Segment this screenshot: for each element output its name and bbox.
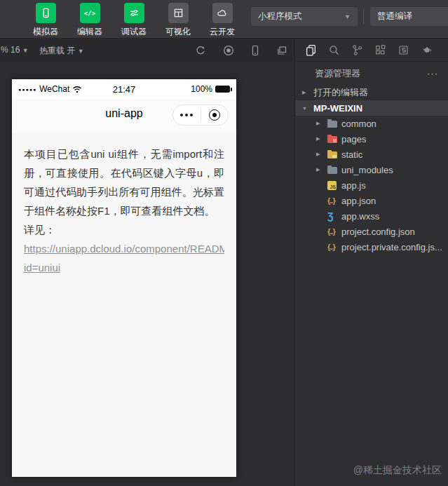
chevron-right-icon: ▶ (316, 136, 327, 142)
hot-reload-dropdown[interactable]: 热重载 开 ▼ (39, 45, 84, 57)
visualization-label: 可视化 (165, 26, 191, 38)
chevron-right-icon: ▶ (316, 151, 327, 157)
tree-item-app-js[interactable]: JS app.js (295, 177, 448, 193)
tree-item-label: app.wxss (341, 211, 379, 222)
windows-icon[interactable] (275, 43, 289, 58)
chevron-down-icon: ▼ (302, 106, 313, 111)
snippets-icon[interactable] (397, 44, 409, 57)
chevron-down-icon: ▼ (78, 48, 84, 55)
see-also-label: 详见： (24, 220, 224, 239)
tree-item-label: pages (341, 134, 366, 144)
files-icon[interactable] (304, 44, 317, 57)
wechat-devtools-window: 模拟器 </> 编辑器 调试器 可视化 (0, 0, 448, 486)
capsule-menu (172, 104, 229, 126)
docs-link-line1[interactable]: https://uniapp.dcloud.io/component/READM (24, 239, 224, 258)
chevron-right-icon: ▶ (316, 167, 327, 173)
hot-reload-label: 热重载 开 (39, 46, 75, 55)
zoom-label: % 16 (1, 45, 20, 55)
search-icon[interactable] (327, 44, 340, 57)
extensions-icon[interactable] (374, 44, 386, 57)
intro-paragraph: 本项目已包含uni ui组件，无需import和注册，可直接使用。在代码区键入字… (24, 144, 224, 220)
editor-label: 编辑器 (77, 26, 102, 38)
more-menu-button[interactable] (173, 105, 201, 125)
compile-dropdown[interactable]: 普通编译 (370, 7, 448, 26)
folder-icon (327, 136, 337, 143)
mode-dropdown[interactable]: 小程序模式 ▼ (251, 7, 358, 26)
folder-icon (327, 167, 337, 174)
wxss-file-icon: Ʒ (327, 211, 334, 221)
json-file-icon: {..} (327, 196, 335, 205)
cloud-icon (212, 3, 233, 23)
source-control-icon[interactable] (351, 44, 363, 57)
explorer-title: 资源管理器 (315, 67, 360, 80)
cloud-dev-button[interactable]: 云开发 (206, 3, 238, 38)
tree-item-static[interactable]: ▶ static (295, 147, 448, 162)
carrier-label: WeChat (39, 84, 69, 94)
ellipsis-icon (180, 114, 193, 116)
simulator-label: 模拟器 (33, 26, 58, 38)
more-actions-button[interactable]: ··· (427, 68, 438, 79)
cloud-dev-label: 云开发 (210, 26, 235, 38)
phone-icon[interactable] (248, 43, 262, 58)
json-file-icon: {..} (327, 243, 335, 251)
chevron-right-icon: ▶ (302, 90, 313, 95)
watermark: @稀土掘金技术社区 (353, 464, 442, 477)
js-file-icon: JS (327, 181, 337, 190)
docs-link-line2[interactable]: id=uniui (24, 258, 224, 277)
compile-dropdown-label: 普通编译 (377, 11, 412, 22)
refresh-icon[interactable] (194, 43, 208, 58)
tree-item-pages[interactable]: ▶ pages (295, 131, 448, 147)
activity-bar (295, 39, 448, 62)
zoom-dropdown[interactable]: % 16 ▼ (1, 45, 29, 55)
close-minimize-button[interactable] (201, 105, 229, 125)
toolbar-button-group: 模拟器 </> 编辑器 调试器 可视化 (29, 3, 238, 38)
teapot-icon[interactable] (420, 44, 433, 57)
tree-item-uni-modules[interactable]: ▶ uni_modules (295, 162, 448, 177)
code-icon: </> (80, 3, 100, 23)
tree-item-common[interactable]: ▶ common (295, 116, 448, 131)
layout-icon (168, 3, 189, 23)
explorer-header: 资源管理器 ··· (295, 62, 448, 85)
toolbar-divider (363, 9, 364, 24)
top-toolbar: 模拟器 </> 编辑器 调试器 可视化 (0, 0, 448, 39)
folder-icon (327, 121, 337, 128)
chevron-down-icon: ▼ (344, 13, 351, 20)
tree-item-label: common (341, 119, 376, 129)
tree-item-label: uni_modules (341, 165, 393, 175)
sliders-icon (124, 3, 144, 23)
editor-panel: 资源管理器 ··· ▶ 打开的编辑器 ▼ MP-WEIXIN ▶ common … (294, 39, 448, 486)
tree-item-app-json[interactable]: {..} app.json (295, 193, 448, 208)
wifi-icon (72, 86, 82, 93)
tree-item-project-config[interactable]: {..} project.config.json (295, 224, 448, 239)
phone-nav-bar: uni-app (12, 99, 236, 133)
tree-item-label: project.config.json (341, 227, 415, 237)
tree-item-mp-weixin[interactable]: ▼ MP-WEIXIN (295, 100, 448, 116)
tree-item-label: 打开的编辑器 (313, 86, 368, 99)
chevron-down-icon: ▼ (22, 47, 29, 54)
simulator-button[interactable]: 模拟器 (29, 3, 62, 38)
clock-label: 21:47 (113, 84, 136, 95)
battery-percent: 100% (191, 84, 212, 94)
tree-item-project-private-config[interactable]: {..} project.private.config.js... (295, 239, 448, 255)
debugger-button[interactable]: 调试器 (118, 3, 150, 38)
target-circle-icon (209, 109, 220, 121)
battery-icon (215, 86, 230, 93)
simulator-toolbar: % 16 ▼ 热重载 开 ▼ (0, 39, 294, 62)
chevron-right-icon: ▶ (316, 121, 327, 126)
tree-item-app-wxss[interactable]: Ʒ app.wxss (295, 208, 448, 224)
phone-status-bar: ●●●●● WeChat 21:47 100% (12, 79, 236, 99)
tree-item-label: project.private.config.js... (341, 242, 442, 252)
phone-page-content: 本项目已包含uni ui组件，无需import和注册，可直接使用。在代码区键入字… (12, 133, 236, 277)
visualization-button[interactable]: 可视化 (162, 3, 194, 38)
tree-item-label: app.js (341, 180, 366, 191)
simulator-phone-icon (36, 3, 56, 23)
tree-item-label: MP-WEIXIN (313, 103, 362, 114)
tree-item-open-editors[interactable]: ▶ 打开的编辑器 (295, 85, 448, 100)
editor-button[interactable]: </> 编辑器 (74, 3, 106, 38)
record-stop-icon[interactable] (222, 43, 236, 58)
mode-dropdown-label: 小程序模式 (258, 11, 302, 22)
signal-dots-icon: ●●●●● (18, 87, 36, 92)
json-file-icon: {..} (327, 227, 335, 236)
phone-simulator: ●●●●● WeChat 21:47 100% uni-app (12, 79, 236, 477)
tree-item-label: app.json (341, 196, 376, 206)
